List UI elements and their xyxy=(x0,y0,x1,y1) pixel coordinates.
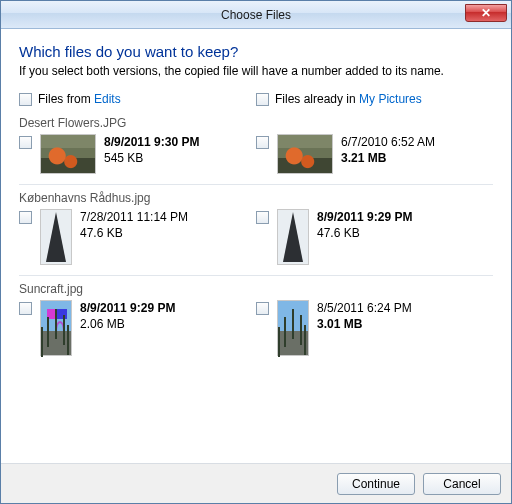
dialog-window: Choose Files ✕ Which files do you want t… xyxy=(0,0,512,504)
source-column-header: Files from Edits xyxy=(19,92,256,106)
file-meta: 8/9/2011 9:29 PM 2.06 MB xyxy=(80,300,175,332)
thumbnail-icon xyxy=(277,134,333,174)
file-version-dest[interactable]: 8/5/2011 6:24 PM 3.01 MB xyxy=(256,300,493,356)
source-label: Files from Edits xyxy=(38,92,121,106)
file-meta: 8/9/2011 9:29 PM 47.6 KB xyxy=(317,209,412,241)
file-checkbox[interactable] xyxy=(19,136,32,149)
thumbnail-icon xyxy=(277,300,309,356)
thumbnail-icon xyxy=(40,300,72,356)
titlebar: Choose Files ✕ xyxy=(1,1,511,29)
select-all-dest-checkbox[interactable] xyxy=(256,93,269,106)
file-row: 7/28/2011 11:14 PM 47.6 KB 8/9/2011 9:29… xyxy=(19,209,493,276)
column-header-checks: Files from Edits Files already in My Pic… xyxy=(19,92,493,106)
file-size: 2.06 MB xyxy=(80,316,175,332)
close-button[interactable]: ✕ xyxy=(465,4,507,22)
file-checkbox[interactable] xyxy=(19,211,32,224)
thumbnail-icon xyxy=(40,209,72,265)
file-meta: 6/7/2010 6:52 AM 3.21 MB xyxy=(341,134,435,166)
file-checkbox[interactable] xyxy=(19,302,32,315)
file-group-name: Københavns Rådhus.jpg xyxy=(19,191,493,205)
page-subline: If you select both versions, the copied … xyxy=(19,64,493,78)
file-checkbox[interactable] xyxy=(256,302,269,315)
file-meta: 8/5/2011 6:24 PM 3.01 MB xyxy=(317,300,412,332)
page-heading: Which files do you want to keep? xyxy=(19,43,493,60)
source-link[interactable]: Edits xyxy=(94,92,121,106)
file-date: 7/28/2011 11:14 PM xyxy=(80,209,188,225)
file-checkbox[interactable] xyxy=(256,136,269,149)
file-group-name: Desert Flowers.JPG xyxy=(19,116,493,130)
file-meta: 8/9/2011 9:30 PM 545 KB xyxy=(104,134,199,166)
dest-prefix: Files already in xyxy=(275,92,359,106)
cancel-button[interactable]: Cancel xyxy=(423,473,501,495)
file-date: 8/9/2011 9:29 PM xyxy=(317,209,412,225)
file-date: 6/7/2010 6:52 AM xyxy=(341,134,435,150)
file-size: 47.6 KB xyxy=(80,225,188,241)
file-row: 8/9/2011 9:30 PM 545 KB 6/7/2010 6:52 AM… xyxy=(19,134,493,185)
thumbnail-icon xyxy=(40,134,96,174)
file-version-source[interactable]: 7/28/2011 11:14 PM 47.6 KB xyxy=(19,209,256,265)
file-date: 8/5/2011 6:24 PM xyxy=(317,300,412,316)
file-version-dest[interactable]: 8/9/2011 9:29 PM 47.6 KB xyxy=(256,209,493,265)
file-size: 47.6 KB xyxy=(317,225,412,241)
dest-link[interactable]: My Pictures xyxy=(359,92,422,106)
dest-label: Files already in My Pictures xyxy=(275,92,422,106)
file-date: 8/9/2011 9:29 PM xyxy=(80,300,175,316)
file-date: 8/9/2011 9:30 PM xyxy=(104,134,199,150)
file-meta: 7/28/2011 11:14 PM 47.6 KB xyxy=(80,209,188,241)
window-title: Choose Files xyxy=(1,8,511,22)
close-icon: ✕ xyxy=(481,6,491,20)
file-size: 545 KB xyxy=(104,150,199,166)
file-version-dest[interactable]: 6/7/2010 6:52 AM 3.21 MB xyxy=(256,134,493,174)
dest-column-header: Files already in My Pictures xyxy=(256,92,493,106)
file-version-source[interactable]: 8/9/2011 9:29 PM 2.06 MB xyxy=(19,300,256,356)
file-checkbox[interactable] xyxy=(256,211,269,224)
dialog-footer: Continue Cancel xyxy=(1,463,511,503)
source-prefix: Files from xyxy=(38,92,94,106)
dialog-content: Which files do you want to keep? If you … xyxy=(1,29,511,463)
file-group-name: Suncraft.jpg xyxy=(19,282,493,296)
file-size: 3.01 MB xyxy=(317,316,412,332)
file-version-source[interactable]: 8/9/2011 9:30 PM 545 KB xyxy=(19,134,256,174)
thumbnail-icon xyxy=(277,209,309,265)
file-size: 3.21 MB xyxy=(341,150,435,166)
continue-button[interactable]: Continue xyxy=(337,473,415,495)
select-all-source-checkbox[interactable] xyxy=(19,93,32,106)
file-row: 8/9/2011 9:29 PM 2.06 MB 8/5/2011 6:24 P… xyxy=(19,300,493,366)
